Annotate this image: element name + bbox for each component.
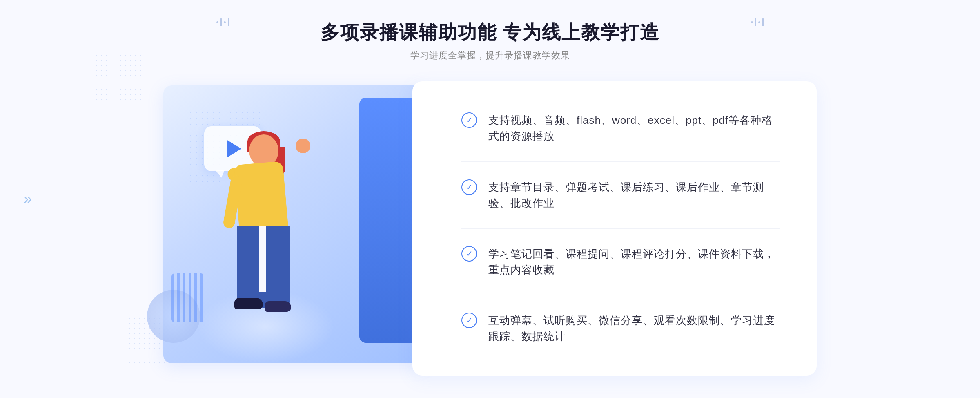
divider-1	[461, 161, 780, 162]
main-content: »	[163, 81, 817, 376]
figure-hand-raised	[296, 139, 310, 153]
feature-item-4: ✓ 互动弹幕、试听购买、微信分享、观看次数限制、学习进度跟踪、数据统计	[461, 309, 780, 349]
divider-2	[461, 228, 780, 229]
feature-item-3: ✓ 学习笔记回看、课程提问、课程评论打分、课件资料下载，重点内容收藏	[461, 242, 780, 282]
page-subtitle: 学习进度全掌握，提升录播课教学效果	[321, 49, 660, 62]
illustration-card: »	[163, 85, 425, 363]
check-icon-4: ✓	[461, 313, 477, 328]
check-icon-2: ✓	[461, 179, 477, 195]
page-title: 多项录播课辅助功能 专为线上教学打造	[321, 21, 660, 44]
feature-text-3: 学习笔记回看、课程提问、课程评论打分、课件资料下载，重点内容收藏	[488, 246, 780, 278]
header-deco-right	[751, 18, 764, 26]
header-section: 多项录播课辅助功能 专为线上教学打造 学习进度全掌握，提升录播课教学效果	[321, 0, 660, 62]
deco-stripes	[172, 273, 204, 322]
feature-item-2: ✓ 支持章节目录、弹题考试、课后练习、课后作业、章节测验、批改作业	[461, 175, 780, 215]
feature-text-1: 支持视频、音频、flash、word、excel、ppt、pdf等各种格式的资源…	[488, 112, 780, 144]
check-icon-3: ✓	[461, 246, 477, 262]
figure-pants-gap	[259, 226, 266, 292]
features-panel: ✓ 支持视频、音频、flash、word、excel、ppt、pdf等各种格式的…	[412, 81, 817, 376]
divider-3	[461, 295, 780, 295]
human-figure	[216, 134, 331, 363]
feature-text-4: 互动弹幕、试听购买、微信分享、观看次数限制、学习进度跟踪、数据统计	[488, 313, 780, 344]
chevron-left-icon: »	[24, 190, 32, 208]
page-container: » 多项录播课辅助功能 专为线上教学打造 学习进度全掌握，提升录播课教学效果 »	[0, 0, 980, 398]
header-deco-left	[216, 18, 229, 26]
figure-shoe-right	[265, 301, 291, 312]
deco-dots-top-left	[94, 53, 143, 102]
feature-text-2: 支持章节目录、弹题考试、课后练习、课后作业、章节测验、批改作业	[488, 179, 780, 211]
check-icon-1: ✓	[461, 112, 477, 128]
figure-shoe-left	[234, 298, 263, 309]
feature-item-1: ✓ 支持视频、音频、flash、word、excel、ppt、pdf等各种格式的…	[461, 108, 780, 148]
